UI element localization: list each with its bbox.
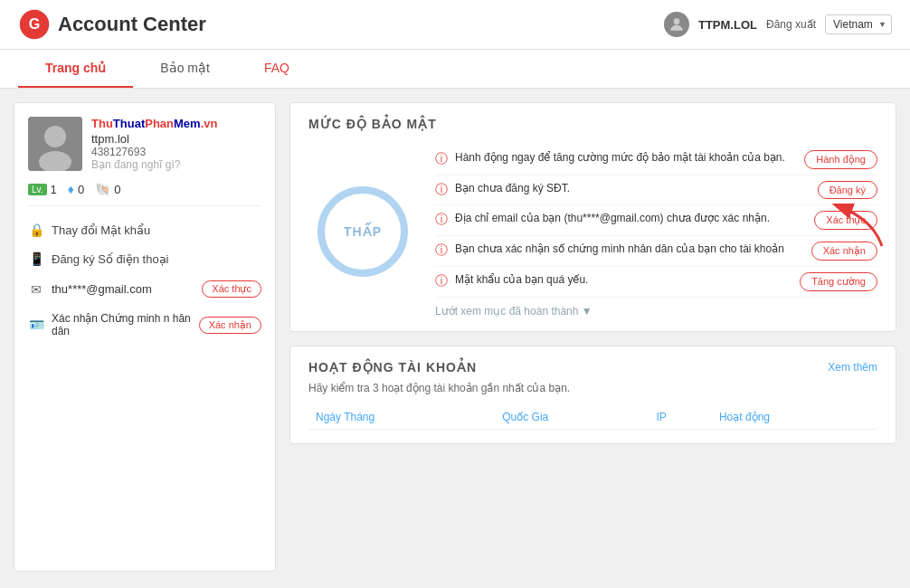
profile-info: ThuThuatPhanMem.vn ttpm.lol 438127693 Bạ…	[91, 117, 217, 171]
id-card-verify-button[interactable]: Xác nhận	[199, 317, 261, 334]
activity-card: HOẠT ĐỘNG TÀI KHOẢN Xem thêm Hãy kiểm tr…	[289, 346, 896, 444]
security-text-1: Bạn chưa đăng ký SĐT.	[455, 181, 810, 196]
svg-text:G: G	[29, 15, 41, 32]
header-username: TTPM.LOL	[698, 18, 757, 32]
col-country: Quốc Gia	[495, 405, 649, 430]
watermark-text: ThuThuatPhanMem.vn	[91, 117, 217, 130]
security-btn-3[interactable]: Xác nhận	[811, 242, 877, 261]
col-ip: IP	[649, 405, 711, 430]
tab-home[interactable]: Trang chủ	[18, 50, 133, 88]
shell-value: 0	[114, 183, 120, 196]
warning-icon-2: ⓘ	[435, 212, 448, 228]
activity-title: HOẠT ĐỘNG TÀI KHOẢN	[308, 360, 477, 375]
col-date: Ngày Tháng	[308, 405, 495, 430]
diamond-icon: ♦	[68, 182, 74, 196]
header-right: TTPM.LOL Đăng xuất Vietnam	[664, 12, 892, 37]
header: G Account Center TTPM.LOL Đăng xuất Viet…	[0, 0, 910, 50]
left-panel: ThuThuatPhanMem.vn ttpm.lol 438127693 Bạ…	[14, 102, 276, 572]
security-text-2: Địa chỉ email của bạn (thu****@gmail.com…	[455, 211, 807, 226]
user-avatar-small	[664, 12, 689, 37]
security-circle: THẤP	[318, 186, 408, 277]
security-btn-4[interactable]: Tăng cường	[800, 272, 877, 291]
avatar-large	[28, 117, 82, 171]
main-content: ThuThuatPhanMem.vn ttpm.lol 438127693 Bạ…	[0, 89, 910, 585]
security-item-3: ⓘ Bạn chưa xác nhận số chứng minh nhân d…	[435, 236, 877, 267]
activity-view-more[interactable]: Xem thêm	[828, 361, 877, 374]
activity-subtitle: Hãy kiểm tra 3 hoạt động tài khoản gần n…	[308, 382, 877, 394]
shell-stat: 🐚 0	[95, 182, 120, 196]
shell-icon: 🐚	[95, 182, 110, 196]
security-circle-wrapper: THẤP	[308, 145, 417, 318]
region-select[interactable]: Vietnam	[825, 14, 892, 34]
security-card: MỨC ĐỘ BẢO MẬT THẤP ⓘ Hành động ngay để …	[289, 102, 896, 332]
svg-point-4	[44, 126, 66, 147]
diamond-stat: ♦ 0	[68, 182, 84, 196]
garena-logo-icon: G	[18, 8, 51, 41]
email-value: thu****@gmail.com	[52, 282, 152, 296]
view-more-security[interactable]: Lướt xem mục đã hoàn thành ▼	[435, 305, 592, 318]
profile-id: 438127693	[91, 146, 217, 158]
security-item-1: ⓘ Bạn chưa đăng ký SĐT. Đăng ký	[435, 175, 877, 205]
security-text-4: Mật khẩu của bạn quá yếu.	[455, 272, 792, 288]
id-card-label: Xác nhận Chứng minh n hân dân	[52, 312, 192, 337]
diamond-value: 0	[78, 183, 84, 196]
nav-tabs: Trang chủ Bảo mật FAQ	[0, 50, 910, 89]
security-item-0: ⓘ Hành động ngay để tăng cường mức độ bả…	[435, 145, 877, 175]
logo-area: G Account Center	[18, 8, 664, 41]
region-wrapper: Vietnam	[825, 14, 892, 34]
profile-section: ThuThuatPhanMem.vn ttpm.lol 438127693 Bạ…	[28, 117, 261, 171]
id-card-item: 🪪 Xác nhận Chứng minh n hân dân Xác nhận	[28, 305, 261, 345]
level-value: 1	[51, 183, 57, 196]
warning-icon-3: ⓘ	[435, 242, 448, 259]
warning-icon-1: ⓘ	[435, 182, 448, 198]
security-title: MỨC ĐỘ BẢO MẬT	[308, 117, 877, 131]
phone-icon: 📱	[28, 251, 44, 266]
lock-icon: 🔒	[28, 223, 44, 237]
warning-icon-0: ⓘ	[435, 151, 448, 167]
security-items: ⓘ Hành động ngay để tăng cường mức độ bả…	[435, 145, 877, 318]
level-badge: Lv.	[28, 184, 47, 195]
security-section: THẤP ⓘ Hành động ngay để tăng cường mức …	[308, 145, 877, 318]
security-item-2: ⓘ Địa chỉ email của bạn (thu****@gmail.c…	[435, 205, 877, 236]
security-btn-1[interactable]: Đăng ký	[818, 181, 877, 199]
email-verify-button[interactable]: Xác thực	[202, 280, 261, 298]
profile-status: Bạn đang nghĩ gì?	[91, 158, 217, 171]
register-phone-label: Đăng ký Số điện thoại	[52, 252, 169, 266]
security-text-3: Bạn chưa xác nhận số chứng minh nhân dân…	[455, 242, 804, 257]
tab-security[interactable]: Bảo mật	[133, 50, 237, 88]
email-item: ✉ thu****@gmail.com Xác thực	[28, 273, 261, 305]
security-text-0: Hành động ngay để tăng cường mức độ bảo …	[455, 150, 797, 166]
security-level-label: THẤP	[344, 224, 382, 239]
stats-row: Lv. 1 ♦ 0 🐚 0	[28, 182, 261, 196]
security-btn-0[interactable]: Hành động	[804, 150, 877, 169]
divider-1	[28, 205, 261, 206]
svg-point-2	[674, 18, 680, 24]
profile-username: ttpm.lol	[91, 132, 217, 146]
logout-button[interactable]: Đăng xuất	[766, 18, 816, 31]
email-icon: ✉	[28, 282, 44, 297]
app-title: Account Center	[58, 13, 206, 36]
level-stat: Lv. 1	[28, 183, 57, 196]
activity-table: Ngày Tháng Quốc Gia IP Hoạt động	[308, 405, 877, 430]
right-panel: MỨC ĐỘ BẢO MẬT THẤP ⓘ Hành động ngay để …	[289, 102, 896, 572]
register-phone-item[interactable]: 📱 Đăng ký Số điện thoại	[28, 244, 261, 273]
change-password-item[interactable]: 🔒 Thay đổi Mật khẩu	[28, 215, 261, 244]
id-card-icon: 🪪	[28, 318, 44, 332]
warning-icon-4: ⓘ	[435, 273, 448, 289]
tab-faq[interactable]: FAQ	[237, 50, 317, 88]
security-btn-2[interactable]: Xác thực	[814, 211, 877, 230]
activity-header: HOẠT ĐỘNG TÀI KHOẢN Xem thêm	[308, 360, 877, 375]
change-password-label: Thay đổi Mật khẩu	[52, 223, 150, 237]
col-activity: Hoạt động	[712, 405, 877, 430]
security-item-4: ⓘ Mật khẩu của bạn quá yếu. Tăng cường	[435, 267, 877, 298]
